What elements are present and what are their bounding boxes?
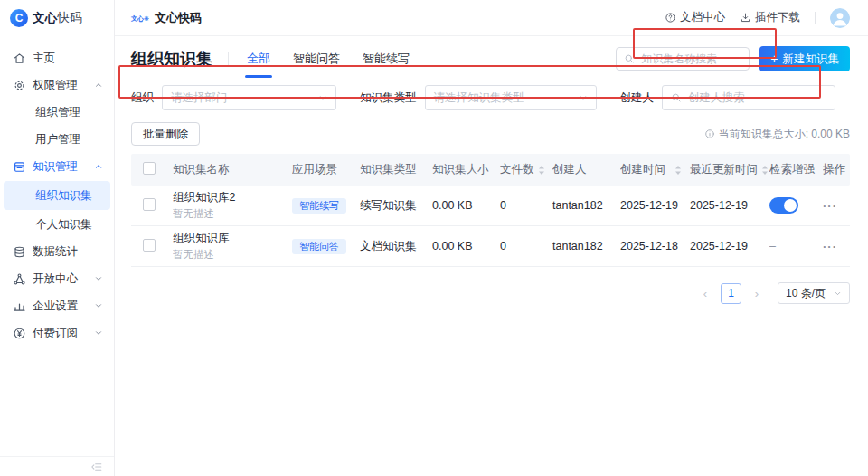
- kb-name-cell[interactable]: 组织知识库2 暂无描述: [173, 191, 292, 220]
- table-row[interactable]: 组织知识库 暂无描述 智能问答 文档知识集 0.00 KB 0 tantan18…: [131, 226, 850, 267]
- knowledge-set-search-input[interactable]: [639, 52, 741, 66]
- col-files[interactable]: 文件数: [500, 162, 552, 177]
- col-updated-label: 最近更新时间: [690, 162, 758, 177]
- tab-smart-qa[interactable]: 智能问答: [293, 44, 340, 73]
- sidebar-nav: 主页 权限管理 组织管理 用户管理 知识管理: [0, 36, 114, 456]
- knowledge-set-search[interactable]: [616, 47, 750, 71]
- topbar-breadcrumb: 文心❋ 文心快码: [131, 10, 202, 26]
- kb-updated: 2025-12-19: [690, 240, 769, 252]
- sidebar-item-open-center[interactable]: 开放中心: [0, 265, 114, 292]
- comate-logo-icon: C: [10, 9, 28, 27]
- collapse-sidebar-icon[interactable]: [90, 461, 103, 473]
- col-scene: 应用场景: [292, 162, 360, 177]
- type-filter-label: 知识集类型: [360, 90, 417, 106]
- kb-name[interactable]: 组织知识库: [173, 232, 288, 246]
- chevron-up-icon: [94, 162, 103, 171]
- col-files-label: 文件数: [500, 162, 534, 177]
- sidebar-item-label: 企业设置: [33, 299, 78, 314]
- sidebar-item-user-management[interactable]: 用户管理: [0, 126, 114, 153]
- total-size-info: 当前知识集总大小: 0.00 KB: [704, 127, 850, 142]
- doc-center-link[interactable]: 文档中心: [665, 10, 725, 25]
- chevron-down-icon: [318, 93, 327, 102]
- nodes-icon: [13, 272, 26, 286]
- plugin-download-link[interactable]: 插件下载: [740, 10, 800, 25]
- kb-description: 暂无描述: [173, 207, 288, 220]
- sidebar-item-label: 主页: [33, 51, 55, 66]
- retrieval-toggle-on[interactable]: [769, 197, 798, 214]
- sidebar-item-enterprise-settings[interactable]: 企业设置: [0, 292, 114, 319]
- row-checkbox[interactable]: [143, 239, 156, 252]
- sort-icon[interactable]: [761, 165, 769, 176]
- creator-search-input[interactable]: [686, 90, 826, 105]
- col-created[interactable]: 创建时间: [620, 162, 690, 177]
- search-icon: [671, 92, 682, 103]
- kb-type: 文档知识集: [360, 239, 432, 254]
- chevron-down-icon: [834, 290, 842, 298]
- sort-icon[interactable]: [538, 165, 545, 176]
- brand-name-primary: 文心: [33, 11, 58, 24]
- sidebar-item-org-knowledge-sets[interactable]: 组织知识集: [4, 181, 110, 210]
- scene-tabs: 全部 智能问答 智能续写: [247, 44, 410, 73]
- filter-bar: 组织 请选择部门 知识集类型 请选择知识集类型 创建人: [131, 85, 850, 110]
- creator-search[interactable]: [662, 85, 835, 110]
- search-icon: [624, 53, 635, 64]
- sidebar-item-personal-knowledge-sets[interactable]: 个人知识集: [0, 211, 114, 238]
- page-number[interactable]: 1: [721, 283, 741, 304]
- sidebar-item-label: 权限管理: [33, 78, 78, 93]
- retrieval-disabled: –: [769, 240, 776, 252]
- kb-files: 0: [500, 199, 552, 212]
- col-updated[interactable]: 最近更新时间: [690, 162, 769, 177]
- pagination: ‹ 1 › 10 条/页: [131, 282, 850, 304]
- sort-icon[interactable]: [675, 165, 682, 176]
- sidebar-item-knowledge-management[interactable]: 知识管理: [0, 153, 114, 180]
- sidebar-item-label: 组织管理: [35, 105, 80, 120]
- chevron-down-icon: [94, 274, 103, 283]
- prev-page-button[interactable]: ‹: [699, 287, 712, 300]
- row-actions-menu[interactable]: ···: [823, 240, 837, 253]
- table-header-row: 知识集名称 应用场景 知识集类型 知识集大小 文件数 创建人 创建时间 最近更新…: [131, 154, 850, 186]
- kb-name[interactable]: 组织知识库2: [173, 191, 288, 205]
- page-size-value: 10 条/页: [786, 286, 826, 301]
- sidebar-item-label: 付费订阅: [33, 326, 78, 341]
- sidebar-item-home[interactable]: 主页: [0, 44, 114, 71]
- sidebar-item-data-statistics[interactable]: 数据统计: [0, 238, 114, 265]
- kb-description: 暂无描述: [173, 248, 288, 261]
- bulk-delete-button[interactable]: 批量删除: [131, 122, 200, 146]
- col-creator: 创建人: [552, 162, 620, 177]
- question-circle-icon: [665, 12, 676, 24]
- org-filter-select[interactable]: 请选择部门: [162, 85, 336, 110]
- sidebar-item-label: 知识管理: [33, 159, 78, 175]
- col-size: 知识集大小: [432, 162, 500, 177]
- kb-created: 2025-12-18: [620, 240, 690, 252]
- page-header: 组织知识集 全部 智能问答 智能续写 + 新建: [131, 44, 850, 73]
- page-content: 组织知识集 全部 智能问答 智能续写 + 新建: [115, 36, 868, 476]
- sidebar-item-permissions[interactable]: 权限管理: [0, 71, 114, 99]
- sidebar: C 文心快码 主页 权限管理 组织管理: [0, 0, 115, 476]
- select-all-checkbox[interactable]: [143, 162, 156, 175]
- kb-creator: tantan182: [552, 240, 620, 252]
- col-actions: 操作: [823, 162, 850, 177]
- kb-files: 0: [500, 240, 552, 252]
- yen-circle-icon: [13, 327, 26, 340]
- tab-all[interactable]: 全部: [247, 44, 270, 73]
- table-row[interactable]: 组织知识库2 暂无描述 智能续写 续写知识集 0.00 KB 0 tantan1…: [131, 186, 850, 226]
- kb-name-cell[interactable]: 组织知识库 暂无描述: [173, 232, 292, 261]
- sidebar-item-paid-subscription[interactable]: 付费订阅: [0, 319, 114, 347]
- sidebar-item-org-management[interactable]: 组织管理: [0, 99, 114, 126]
- kb-size: 0.00 KB: [432, 240, 500, 252]
- col-retrieval: 检索增强: [769, 162, 823, 177]
- chevron-down-icon: [94, 328, 103, 338]
- topbar-divider: [815, 12, 816, 24]
- type-filter-select[interactable]: 请选择知识集类型: [425, 85, 597, 110]
- avatar[interactable]: [830, 8, 850, 28]
- row-actions-menu[interactable]: ···: [823, 199, 837, 213]
- knowledge-set-table: 知识集名称 应用场景 知识集类型 知识集大小 文件数 创建人 创建时间 最近更新…: [131, 154, 850, 267]
- create-knowledge-set-button[interactable]: + 新建知识集: [760, 46, 850, 71]
- chevron-up-icon: [94, 81, 103, 90]
- next-page-button[interactable]: ›: [750, 287, 763, 300]
- page-size-select[interactable]: 10 条/页: [778, 282, 850, 304]
- kb-created: 2025-12-19: [620, 199, 690, 212]
- scene-badge: 智能续写: [292, 198, 346, 214]
- row-checkbox[interactable]: [143, 198, 156, 211]
- tab-smart-continue[interactable]: 智能续写: [363, 44, 410, 73]
